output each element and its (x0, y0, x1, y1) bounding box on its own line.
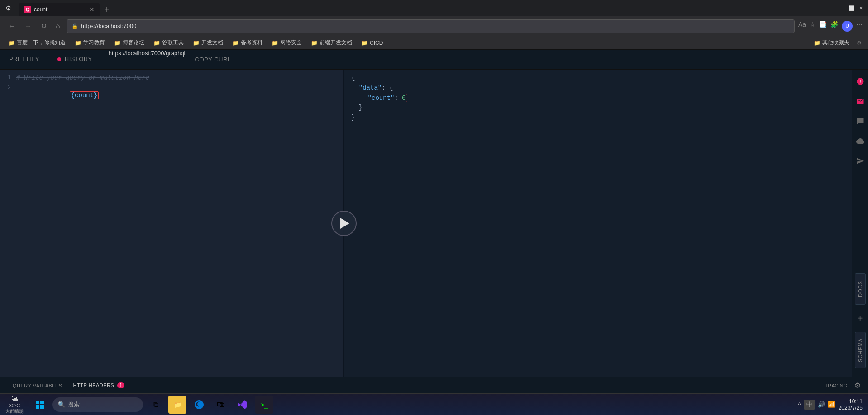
title-bar: ⚙ Q count ✕ + — ⬜ ✕ (0, 0, 868, 16)
tab-prettify[interactable]: PRETTIFY (0, 50, 48, 69)
address-bar: ← → ↻ ⌂ 🔒 https://localhost:7000 Aa ☆ 📑 … (0, 16, 868, 36)
schema-tab-button[interactable]: SCHEMA (855, 332, 866, 368)
search-icon: 🔍 (58, 401, 65, 408)
result-data-close: } (351, 104, 362, 112)
url-text: https://localhost:7000 (81, 23, 137, 29)
tracing-button[interactable]: TRACING (825, 383, 848, 388)
bookmark-devdoc[interactable]: 📁 开发文档 (189, 38, 227, 47)
bottom-right: TRACING ⚙ (825, 381, 861, 390)
http-headers-count: 1 (117, 382, 124, 388)
home-button[interactable]: ⌂ (53, 20, 63, 32)
bottom-bar: QUERY VARIABLES HTTP HEADERS 1 TRACING ⚙ (0, 377, 868, 393)
edge-icon[interactable] (190, 396, 208, 414)
cloud-icon[interactable] (852, 133, 868, 149)
bookmark-frontend[interactable]: 📁 前端开发文档 (307, 38, 356, 47)
count-field-highlighted: {count} (70, 91, 99, 99)
profile-icon[interactable]: ⚙ (4, 5, 13, 12)
http-headers-tab[interactable]: HTTP HEADERS 1 (68, 381, 130, 390)
alert-icon[interactable]: ! (852, 73, 868, 90)
settings-icon-button[interactable]: ⚙ (854, 381, 861, 390)
tab-close-button[interactable]: ✕ (89, 6, 95, 13)
taskbar-search[interactable]: 🔍 搜索 (52, 397, 143, 412)
profile-avatar[interactable]: U (842, 21, 853, 32)
folder-icon: 📁 (232, 40, 239, 46)
bookmark-other[interactable]: 📁 其他收藏夹 (810, 38, 853, 47)
copy-curl-button[interactable]: COPY CURL (186, 50, 240, 69)
folder-icon: 📁 (75, 40, 81, 46)
vs-icon[interactable] (234, 396, 252, 414)
query-editor[interactable]: 1 # Write your query or mutation here 2 … (0, 70, 344, 377)
address-right-icons: Aa ☆ 📑 🧩 U ⋯ (798, 21, 863, 32)
taskview-icon[interactable]: ⧉ (147, 396, 165, 414)
tray-icons: ^ 中 🔊 📶 (798, 400, 835, 410)
clock-date: 2023/7/25 (839, 405, 863, 411)
file-explorer-icon[interactable]: 📁 (168, 396, 186, 414)
bookmarks-bar: 📁 百度一下，你就知道 📁 学习教育 📁 博客论坛 📁 谷歌工具 📁 开发文档 … (0, 36, 868, 50)
network-icon[interactable]: 📶 (828, 401, 835, 408)
add-icon[interactable]: + (852, 310, 868, 326)
forward-button[interactable]: → (22, 20, 34, 32)
weather-widget[interactable]: 🌤 30°C 大部晴朗 (5, 395, 24, 415)
vertical-tabs-panel: ! (852, 70, 868, 377)
new-tab-button[interactable]: + (100, 3, 114, 16)
store-icon[interactable]: 🛍 (212, 396, 230, 414)
send-icon[interactable] (852, 153, 868, 169)
folder-icon: 📁 (153, 40, 160, 46)
mail-icon[interactable] (852, 93, 868, 109)
line-number-1: 1 (0, 74, 16, 81)
svg-rect-5 (40, 405, 44, 409)
bookmark-blog[interactable]: 📁 博客论坛 (110, 38, 148, 47)
bookmark-baidu[interactable]: 📁 百度一下，你就知道 (5, 38, 69, 47)
collections-icon[interactable]: 📑 (819, 21, 827, 32)
input-method-icon[interactable]: 中 (804, 400, 815, 410)
message-icon[interactable] (852, 113, 868, 129)
close-button[interactable]: ✕ (857, 5, 864, 12)
playground-header: PRETTIFY HISTORY https://localhost:7000/… (0, 50, 868, 70)
favorites-icon[interactable]: ☆ (810, 21, 816, 32)
settings-icon[interactable]: ⚙ (855, 40, 863, 46)
window-action-controls: — ⬜ ✕ (839, 5, 864, 12)
svg-rect-2 (36, 401, 39, 404)
bookmark-google[interactable]: 📁 谷歌工具 (150, 38, 187, 47)
terminal-icon[interactable]: >_ (255, 396, 273, 414)
folder-icon: 📁 (311, 40, 318, 46)
playground: PRETTIFY HISTORY https://localhost:7000/… (0, 50, 868, 393)
restore-button[interactable]: ⬜ (848, 5, 855, 12)
start-button[interactable] (31, 396, 49, 414)
reader-mode-icon[interactable]: Aa (798, 21, 806, 32)
editor-area: 1 # Write your query or mutation here 2 … (0, 70, 868, 377)
docs-tab-button[interactable]: DOCS (855, 273, 866, 305)
bookmark-edu[interactable]: 📁 学习教育 (71, 38, 109, 47)
address-input[interactable]: 🔒 https://localhost:7000 (67, 19, 795, 33)
refresh-button[interactable]: ↻ (38, 20, 49, 32)
bookmark-exam[interactable]: 📁 备考资料 (229, 38, 266, 47)
volume-icon[interactable]: 🔊 (818, 401, 825, 408)
extensions-icon[interactable]: 🧩 (830, 21, 838, 32)
bookmark-security[interactable]: 📁 网络安全 (268, 38, 305, 47)
bookmark-cicd[interactable]: 📁 CICD (358, 39, 386, 47)
query-variables-tab[interactable]: QUERY VARIABLES (7, 381, 68, 390)
search-placeholder: 搜索 (68, 401, 80, 409)
folder-icon: 📁 (272, 40, 278, 46)
playground-tab-bar: PRETTIFY HISTORY https://localhost:7000/… (0, 50, 186, 69)
editor-line-1: 1 # Write your query or mutation here (0, 73, 343, 83)
execute-query-button[interactable] (331, 211, 357, 236)
minimize-button[interactable]: — (839, 5, 846, 12)
browser-tab-count[interactable]: Q count ✕ (19, 3, 100, 16)
weather-desc: 大部晴朗 (5, 408, 24, 415)
svg-rect-4 (36, 405, 39, 409)
tab-label: count (34, 6, 47, 13)
browser-menu-icon[interactable]: ⋯ (856, 21, 863, 32)
chevron-icon[interactable]: ^ (798, 401, 801, 408)
weather-icon: 🌤 (11, 395, 18, 403)
back-button[interactable]: ← (5, 20, 18, 32)
history-dot (57, 57, 61, 61)
playground-wrapper: PRETTIFY HISTORY https://localhost:7000/… (0, 50, 868, 393)
folder-icon: 📁 (114, 40, 121, 46)
tab-favicon: Q (24, 6, 31, 13)
tab-history[interactable]: HISTORY (48, 50, 101, 69)
result-line-1: { (344, 73, 868, 83)
play-triangle-icon (340, 218, 349, 229)
clock-widget[interactable]: 10:11 2023/7/25 (839, 398, 863, 411)
folder-icon: 📁 (361, 40, 368, 46)
